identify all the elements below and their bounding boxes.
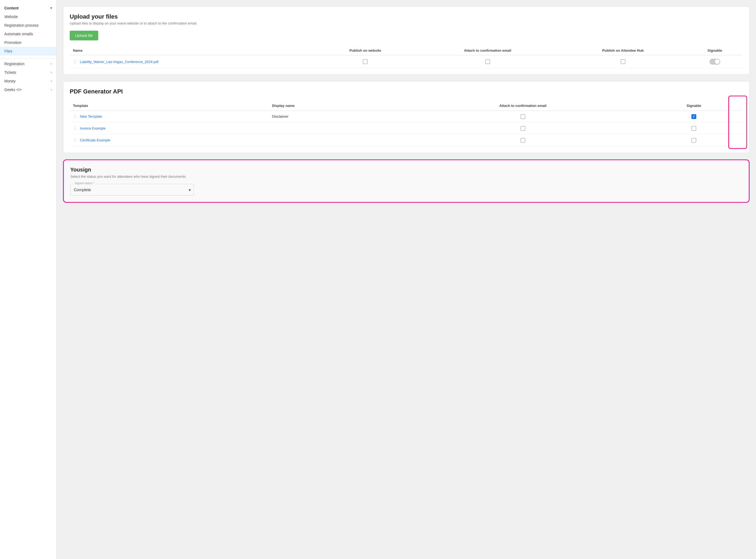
table-row: ⋮ Liability_Waiver_Las-Vegas_Conference_… (70, 55, 743, 68)
files-col-publish-website: Publish on website (315, 46, 416, 55)
content-chevron-icon: ▾ (50, 6, 52, 10)
content-section-label: Content (4, 6, 19, 10)
files-col-name: Name (70, 46, 315, 55)
sidebar-item-registration-process[interactable]: Registration process (0, 21, 56, 30)
pdf-table-wrapper: Template Display name Attach to confirma… (70, 101, 743, 146)
upload-file-button[interactable]: Upload file (70, 31, 98, 40)
tickets-arrow-icon: › (51, 70, 52, 74)
pdf-generator-section: PDF Generator API Template Display name … (63, 81, 750, 153)
sidebar-item-website[interactable]: Website (0, 13, 56, 21)
pdf-col-template: Template (70, 101, 269, 111)
sidebar: Content ▾ Website Registration process A… (0, 0, 56, 559)
template-link-3[interactable]: Certificate Example (80, 138, 110, 142)
signable-checkbox-2[interactable] (691, 126, 696, 131)
sidebar-item-automatic-emails[interactable]: Automatic emails (0, 30, 56, 38)
signable-checkbox-3[interactable] (691, 138, 696, 143)
pdf-col-display-name: Display name (269, 101, 401, 111)
display-name-1: Disclaimer (269, 111, 401, 122)
row-drag-icon[interactable]: ⋮ (73, 138, 77, 143)
publish-website-checkbox[interactable] (363, 59, 368, 64)
yousign-section: Yousign Select the status you want for a… (63, 159, 750, 203)
signable-toggle[interactable] (709, 59, 720, 65)
upload-subtitle: Upload files to display on your event we… (70, 21, 743, 25)
table-row: ⋮ Invoice Example (70, 122, 743, 134)
pdf-title: PDF Generator API (70, 88, 743, 95)
files-col-publish-hub: Publish on Attendee Hub (559, 46, 687, 55)
sidebar-item-promotion[interactable]: Promotion (0, 38, 56, 47)
attach-email-checkbox-1[interactable] (521, 114, 525, 119)
attach-email-checkbox-2[interactable] (521, 126, 525, 131)
signed-status-field: Signed status * Complete Pending Cancell… (70, 184, 194, 196)
sidebar-item-files[interactable]: Files (0, 47, 56, 55)
content-section-header[interactable]: Content ▾ (0, 4, 56, 13)
signable-checkbox-1[interactable] (691, 114, 696, 119)
money-arrow-icon: › (51, 79, 52, 83)
table-row: ⋮ Certificate Example (70, 134, 743, 146)
attach-email-checkbox[interactable] (485, 59, 490, 64)
upload-section: Upload your files Upload files to displa… (63, 6, 750, 75)
file-link[interactable]: Liability_Waiver_Las-Vegas_Conference_20… (80, 60, 158, 64)
geeks-arrow-icon: › (51, 88, 52, 92)
template-link-2[interactable]: Invoice Example (80, 126, 106, 130)
files-col-signable: Signable (687, 46, 743, 55)
registration-arrow-icon: › (51, 62, 52, 66)
table-row: ⋮ New Template Disclaimer (70, 111, 743, 122)
main-content: Upload your files Upload files to displa… (56, 0, 756, 559)
sidebar-item-registration[interactable]: Registration › (0, 60, 56, 68)
row-drag-icon[interactable]: ⋮ (73, 126, 77, 131)
sidebar-item-geeks[interactable]: Geeks </> › (0, 85, 56, 94)
files-table-wrapper: Name Publish on website Attach to confir… (70, 46, 743, 68)
upload-title: Upload your files (70, 13, 743, 20)
sidebar-item-money[interactable]: Money › (0, 77, 56, 85)
display-name-2 (269, 122, 401, 134)
sidebar-divider (0, 58, 56, 59)
pdf-table: Template Display name Attach to confirma… (70, 101, 743, 146)
signed-status-label: Signed status * (73, 181, 95, 185)
pdf-col-attach-email: Attach to confirmation email (401, 101, 645, 111)
template-link-1[interactable]: New Template (80, 114, 102, 118)
sidebar-item-tickets[interactable]: Tickets › (0, 68, 56, 77)
yousign-subtitle: Select the status you want for attendees… (70, 175, 742, 179)
yousign-title: Yousign (70, 167, 742, 173)
publish-hub-checkbox[interactable] (621, 59, 625, 64)
display-name-3 (269, 134, 401, 146)
pdf-col-signable: Signable (645, 101, 743, 111)
row-drag-icon[interactable]: ⋮ (73, 114, 77, 119)
files-table: Name Publish on website Attach to confir… (70, 46, 743, 68)
attach-email-checkbox-3[interactable] (521, 138, 525, 143)
signed-status-select[interactable]: Complete Pending Cancelled (70, 184, 194, 196)
files-col-attach-email: Attach to confirmation email (416, 46, 559, 55)
row-drag-icon[interactable]: ⋮ (73, 59, 77, 64)
